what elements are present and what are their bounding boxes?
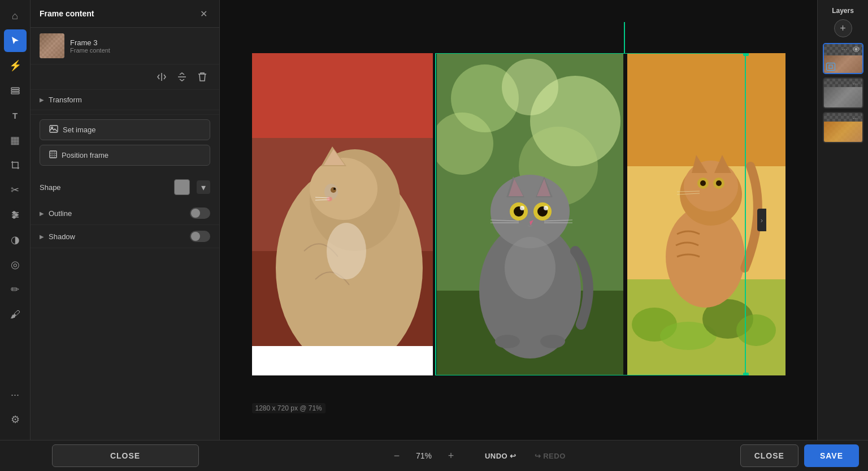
layers-icon[interactable]: [4, 79, 27, 102]
panel-content: ▶ Transform Set image Position frame: [31, 90, 219, 440]
brush-icon[interactable]: 🖌: [4, 303, 27, 326]
set-image-button[interactable]: Set image: [40, 119, 210, 140]
contrast-icon[interactable]: ◑: [4, 228, 27, 251]
svg-point-74: [716, 180, 722, 186]
flip-v-icon[interactable]: [174, 69, 190, 85]
svg-point-8: [13, 216, 15, 218]
svg-rect-77: [252, 346, 433, 375]
svg-point-83: [855, 48, 857, 50]
layer-card-3-overlay: ···: [850, 115, 861, 122]
pen-icon[interactable]: ✏: [4, 278, 27, 301]
layer-card-2-overlay: ···: [850, 80, 861, 87]
shape-row: Shape ▾: [31, 175, 219, 200]
canvas-content: [248, 53, 790, 375]
undo-label: UNDO: [485, 452, 507, 460]
image-icon: [49, 125, 58, 135]
canvas-wrapper: 1280 x 720 px @ 71%: [236, 22, 801, 418]
svg-point-68: [684, 161, 738, 211]
save-button[interactable]: SAVE: [804, 444, 859, 467]
redo-arrow-icon: ↪: [535, 452, 541, 460]
layer-card-1[interactable]: ···: [823, 43, 863, 74]
bottom-center-controls: − 71% + UNDO ↩ ↪ REDO: [220, 447, 740, 465]
svg-rect-80: [743, 53, 749, 56]
panel-close-button[interactable]: ✕: [197, 7, 210, 20]
canvas-area: 1280 x 720 px @ 71% ›: [220, 0, 817, 440]
layer-card-2[interactable]: ···: [823, 77, 863, 109]
layer-1-eye-button[interactable]: [852, 46, 861, 53]
svg-point-35: [431, 113, 493, 175]
delete-icon[interactable]: [194, 69, 210, 85]
position-frame-button[interactable]: Position frame: [40, 145, 210, 166]
svg-point-72: [700, 180, 706, 186]
position-icon: [49, 150, 57, 160]
layer-thumbnail: [40, 33, 64, 58]
scissors-icon[interactable]: ✂: [4, 179, 27, 201]
canvas-dimensions-label: 1280 x 720 px @ 71%: [252, 403, 326, 413]
outline-section[interactable]: ▶ Outline: [31, 202, 219, 225]
panel-toolbar: [31, 64, 219, 90]
outline-label: Outline: [49, 209, 185, 218]
home-icon[interactable]: ⌂: [4, 5, 27, 27]
gear-icon[interactable]: ⚙: [4, 408, 27, 431]
svg-point-54: [505, 237, 555, 299]
svg-rect-0: [11, 88, 19, 89]
app-layout: ⌂ ⚡ T ▦ ✂ ◑ ◎ ✏ 🖌 ··· ⚙ Frame content ✕: [0, 0, 868, 440]
left-panel: Frame content ✕ Frame 3 Frame content: [31, 0, 220, 440]
close-right-button[interactable]: CLOSE: [740, 444, 798, 467]
layer-3-more-button[interactable]: ···: [850, 115, 861, 122]
select-tool-icon[interactable]: [4, 29, 27, 52]
layers-panel-title: Layers: [832, 5, 854, 19]
shape-label: Shape: [40, 183, 167, 192]
bottom-right-actions: CLOSE SAVE: [740, 444, 868, 467]
pattern-icon[interactable]: ▦: [4, 129, 27, 152]
shape-color-swatch[interactable]: [174, 179, 190, 195]
layer-1-more-button[interactable]: ···: [840, 46, 850, 53]
text-icon[interactable]: T: [4, 104, 27, 127]
panel-title: Frame content: [40, 9, 94, 18]
spiral-icon[interactable]: ◎: [4, 253, 27, 276]
svg-point-19: [310, 158, 377, 220]
svg-point-7: [15, 214, 18, 216]
layer-card-3[interactable]: ···: [823, 112, 863, 143]
undo-button[interactable]: UNDO ↩: [478, 448, 523, 464]
bottom-bar: CLOSE − 71% + UNDO ↩ ↪ REDO CLOSE SAVE: [0, 440, 868, 471]
undo-redo-controls: UNDO ↩ ↪ REDO: [478, 448, 572, 464]
position-frame-label: Position frame: [62, 151, 108, 159]
set-image-label: Set image: [63, 126, 96, 134]
shape-dropdown-button[interactable]: ▾: [197, 180, 210, 194]
shadow-toggle[interactable]: [190, 231, 210, 242]
selection-line-top: [624, 22, 625, 53]
zoom-out-button[interactable]: −: [388, 447, 406, 465]
svg-rect-84: [829, 65, 832, 68]
svg-point-47: [520, 206, 524, 210]
sliders-icon[interactable]: [4, 204, 27, 226]
crop-icon[interactable]: [4, 154, 27, 176]
svg-point-28: [327, 223, 366, 279]
redo-label: REDO: [543, 452, 566, 460]
zoom-value-display: 71%: [413, 451, 435, 460]
right-layers-panel: Layers + ··· ···: [817, 0, 868, 440]
zoom-in-button[interactable]: +: [442, 447, 460, 465]
add-layer-button[interactable]: +: [834, 19, 852, 37]
layer-name: Frame 3: [70, 38, 210, 47]
shadow-section[interactable]: ▶ Shadow: [31, 225, 219, 248]
right-panel-collapse-button[interactable]: ›: [757, 209, 766, 231]
svg-point-65: [736, 314, 776, 346]
lightning-icon[interactable]: ⚡: [4, 54, 27, 77]
layer-card-1-overlay: ···: [840, 46, 861, 53]
flip-h-icon[interactable]: [154, 69, 170, 85]
transform-label: Transform: [49, 96, 82, 104]
svg-point-56: [540, 335, 565, 348]
bottom-close-left-area: CLOSE: [31, 444, 220, 467]
transform-section[interactable]: ▶ Transform: [31, 90, 219, 110]
svg-rect-2: [11, 92, 19, 94]
layer-2-more-button[interactable]: ···: [850, 80, 861, 87]
svg-rect-59: [627, 53, 785, 166]
redo-button[interactable]: ↪ REDO: [528, 448, 572, 464]
svg-point-6: [13, 211, 15, 214]
close-left-button[interactable]: CLOSE: [52, 444, 199, 467]
svg-point-25: [327, 197, 332, 201]
more-icon[interactable]: ···: [4, 383, 27, 406]
outline-toggle[interactable]: [190, 208, 210, 219]
svg-rect-81: [743, 373, 749, 375]
